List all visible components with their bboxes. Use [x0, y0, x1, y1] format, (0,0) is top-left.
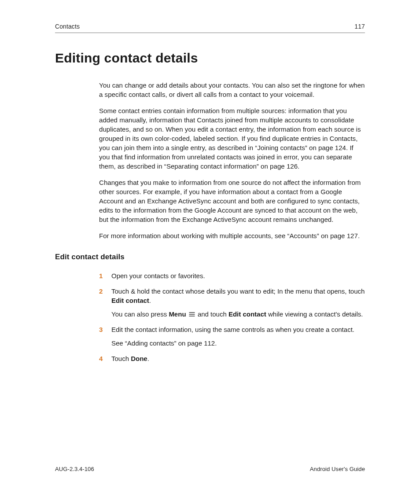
step-number: 1 [99, 271, 103, 280]
running-header: Contacts 117 [55, 23, 365, 33]
footer-doc-id: AUG-2.3.4-106 [55, 466, 94, 472]
footer-doc-title: Android User's Guide [310, 466, 365, 472]
step-text: See “Adding contacts” on page 112. [111, 338, 365, 348]
step-item: 2 Touch & hold the contact whose details… [99, 287, 365, 319]
paragraph: Some contact entries contain information… [99, 106, 365, 171]
header-section: Contacts [55, 23, 80, 30]
paragraph: For more information about working with … [99, 231, 365, 240]
step-item: 4 Touch Done. [99, 354, 365, 363]
paragraph: You can change or add details about your… [99, 81, 365, 99]
step-text: Edit the contact information, using the … [111, 325, 365, 334]
document-page: Contacts 117 Editing contact details You… [0, 0, 420, 504]
numbered-steps: 1 Open your contacts or favorites. 2 Tou… [99, 271, 365, 363]
step-number: 4 [99, 354, 103, 363]
step-text: Open your contacts or favorites. [111, 271, 365, 280]
header-page-number: 117 [354, 23, 365, 30]
running-footer: AUG-2.3.4-106 Android User's Guide [55, 466, 365, 472]
paragraph: Changes that you make to information fro… [99, 178, 365, 224]
step-number: 3 [99, 325, 103, 334]
step-number: 2 [99, 287, 103, 296]
step-item: 1 Open your contacts or favorites. [99, 271, 365, 280]
step-text: Touch Done. [111, 354, 365, 363]
menu-icon [189, 312, 195, 317]
step-text: Touch & hold the contact whose details y… [111, 287, 365, 305]
body-text: You can change or add details about your… [99, 81, 365, 240]
subheading: Edit contact details [55, 253, 365, 261]
step-item: 3 Edit the contact information, using th… [99, 325, 365, 348]
page-title: Editing contact details [55, 51, 365, 66]
step-text: You can also press Menu and touch Edit c… [111, 309, 365, 319]
